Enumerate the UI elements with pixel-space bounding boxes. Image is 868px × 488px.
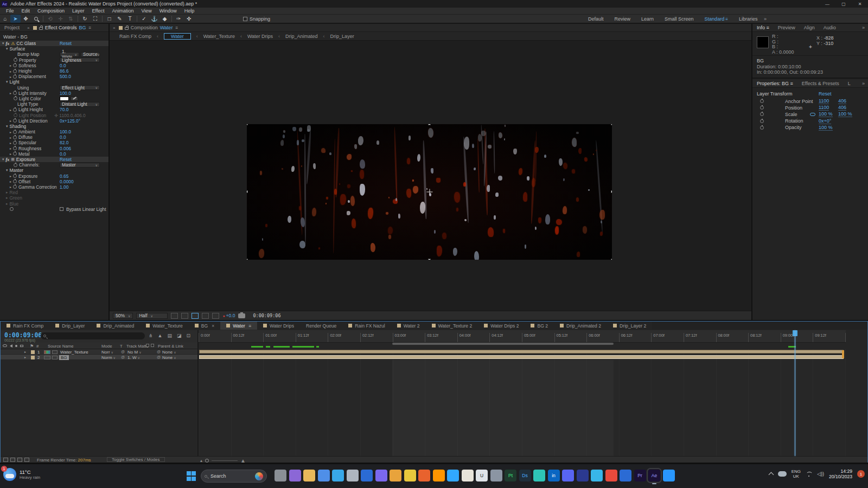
breadcrumb-item[interactable]: ‹Water_Texture <box>191 34 235 39</box>
lock-icon[interactable] <box>39 27 43 30</box>
eraser-tool-icon[interactable]: ◆ <box>159 15 170 23</box>
time-ruler[interactable]: 0:00f00:12f01:00f01:12f02:00f02:12f03:00… <box>199 330 846 343</box>
hand-tool-icon[interactable]: ✥ <box>21 15 31 23</box>
breadcrumb-item[interactable]: ‹Rain FX Comp <box>119 34 151 39</box>
property-value[interactable]: 0.65 <box>60 174 68 179</box>
layer-duration-bar[interactable] <box>199 350 844 354</box>
audio-icon[interactable] <box>10 344 12 348</box>
timeline-tab[interactable]: BG×≡ <box>189 322 220 330</box>
taskbar-app-icon[interactable] <box>347 470 359 481</box>
timeline-tab[interactable]: Drip_Animated×≡ <box>91 322 140 330</box>
taskbar-app-icon[interactable] <box>289 470 301 481</box>
selection-handle[interactable] <box>611 190 612 193</box>
tab-audio[interactable]: Audio <box>819 25 840 30</box>
start-button[interactable] <box>187 471 196 481</box>
taskbar-app-icon[interactable]: Ae <box>648 470 660 481</box>
transform-reset-button[interactable]: Reset <box>819 91 832 97</box>
video-visibility-icon[interactable] <box>3 344 7 347</box>
out-point-marker[interactable] <box>842 350 844 358</box>
current-timecode[interactable]: 0:00:09:06 <box>4 331 42 339</box>
layer-row[interactable]: ▸ 2 BG Norm∨ @ 1. W∨ @ None∨ <box>1 355 197 360</box>
composition-mini-icon[interactable] <box>3 458 8 462</box>
tab-effect-controls[interactable]: Effect Controls <box>45 25 77 30</box>
property-dropdown[interactable]: Distant Light∨ <box>60 102 100 107</box>
taskbar-app-icon[interactable] <box>303 470 315 481</box>
selection-tool-icon[interactable]: ➤ <box>10 15 21 23</box>
brush-tool-icon[interactable]: ✓ <box>139 15 149 23</box>
mask-visibility-icon[interactable] <box>181 313 188 319</box>
layer-duration-bar[interactable] <box>199 355 844 359</box>
panel-close-icon[interactable]: × <box>27 25 30 30</box>
selection-handle[interactable] <box>247 124 248 125</box>
blend-mode-dropdown[interactable]: Norm∨ <box>101 355 116 360</box>
timeline-tab[interactable]: Drip_Layer 2×≡ <box>607 322 652 330</box>
notification-badge[interactable]: 1 <box>857 470 865 478</box>
tab-effects-presets[interactable]: Effects & Presets <box>797 81 844 86</box>
taskbar-search[interactable]: Search <box>201 470 267 483</box>
property-value[interactable]: 0.0 <box>60 134 66 140</box>
view-layout-icon[interactable] <box>212 313 219 319</box>
onedrive-cloud-icon[interactable] <box>778 471 787 477</box>
expand-chevron-icon[interactable]: ▸ <box>24 355 26 359</box>
layer-color-swatch[interactable] <box>31 356 35 359</box>
zoom-tool-icon[interactable] <box>31 15 41 23</box>
draft-3d-icon[interactable]: ▲ <box>158 333 163 338</box>
color-depth-icon[interactable] <box>10 458 15 462</box>
property-value[interactable]: 82.0 <box>60 140 68 145</box>
t-pickwhip-icon[interactable]: @ <box>121 350 125 354</box>
timeline-tab[interactable]: Water Drips×≡ <box>257 322 300 330</box>
taskbar-app-icon[interactable] <box>418 470 430 481</box>
color-swatch[interactable] <box>60 97 69 101</box>
menu-item[interactable]: Effect <box>88 8 108 14</box>
taskbar-app-icon[interactable] <box>404 470 416 481</box>
taskbar-app-icon[interactable] <box>620 470 631 481</box>
taskbar-app-icon[interactable] <box>591 470 603 481</box>
composition-viewport-image[interactable] <box>247 124 612 260</box>
taskbar-app-icon[interactable] <box>577 470 589 481</box>
tab-preview[interactable]: Preview <box>774 25 800 30</box>
menu-item[interactable]: View <box>137 8 155 14</box>
expand-chevron-icon[interactable]: ▸ <box>24 350 26 354</box>
timeline-tab[interactable]: Render Queue×≡ <box>300 322 342 330</box>
stopwatch-icon[interactable] <box>760 119 764 123</box>
orbit-camera-tool-icon[interactable]: ⟲ <box>45 15 55 23</box>
property-value[interactable]: 500.0 <box>60 74 71 79</box>
tray-overflow-chevron-icon[interactable] <box>768 472 774 478</box>
taskbar-app-icon[interactable] <box>462 470 474 481</box>
tab-project[interactable]: Project <box>0 25 24 30</box>
menu-item[interactable]: File <box>2 8 18 14</box>
taskbar-app-icon[interactable] <box>433 470 445 481</box>
timeline-search-input[interactable] <box>41 332 145 339</box>
transform-value[interactable]: 1100 <box>819 105 829 111</box>
menu-item[interactable]: Help <box>181 8 199 14</box>
timeline-zoom-slider[interactable]: ▴ ▲ <box>200 458 246 464</box>
layer-color-swatch[interactable] <box>31 350 35 354</box>
shape-tool-icon[interactable]: □ <box>104 15 114 23</box>
selection-handle[interactable] <box>247 190 248 193</box>
property-value[interactable]: 0.0 <box>60 151 66 157</box>
workspace-item[interactable]: Libraries <box>734 16 763 22</box>
property-dropdown[interactable]: 1. Wate∨ <box>60 52 79 57</box>
property-value[interactable]: 100.0 <box>60 129 71 134</box>
panel-overflow-icon[interactable]: » <box>862 25 868 30</box>
filter-icon[interactable] <box>24 458 29 462</box>
transform-value[interactable]: 100 % <box>819 111 833 117</box>
taskbar-app-icon[interactable]: Pr <box>634 470 646 481</box>
layer-anchor-crosshair-icon[interactable] <box>426 189 432 195</box>
taskbar-app-icon[interactable] <box>332 470 344 481</box>
breadcrumb-item[interactable]: ‹Water Drips <box>235 34 273 39</box>
snapshot-camera-icon[interactable] <box>238 313 245 318</box>
dolly-camera-tool-icon[interactable]: ⇅ <box>66 15 76 23</box>
mode-header[interactable]: Mode <box>101 344 112 349</box>
property-dropdown[interactable]: Source∨ <box>81 52 100 57</box>
pen-tool-icon[interactable]: ✎ <box>114 15 125 23</box>
timeline-tab[interactable]: Rain FX Comp×≡ <box>1 322 49 330</box>
layer-name[interactable]: Water_Texture <box>60 350 88 355</box>
track-matte-dropdown[interactable]: 1. W∨ <box>127 355 140 360</box>
taskbar-app-icon[interactable] <box>663 470 675 481</box>
language-indicator[interactable]: ENG UK <box>792 469 801 479</box>
parent-dropdown[interactable]: None∨ <box>162 350 176 355</box>
lock-icon[interactable] <box>125 27 129 30</box>
tab-align[interactable]: Align <box>800 25 819 30</box>
taskbar-app-icon[interactable] <box>275 470 286 481</box>
